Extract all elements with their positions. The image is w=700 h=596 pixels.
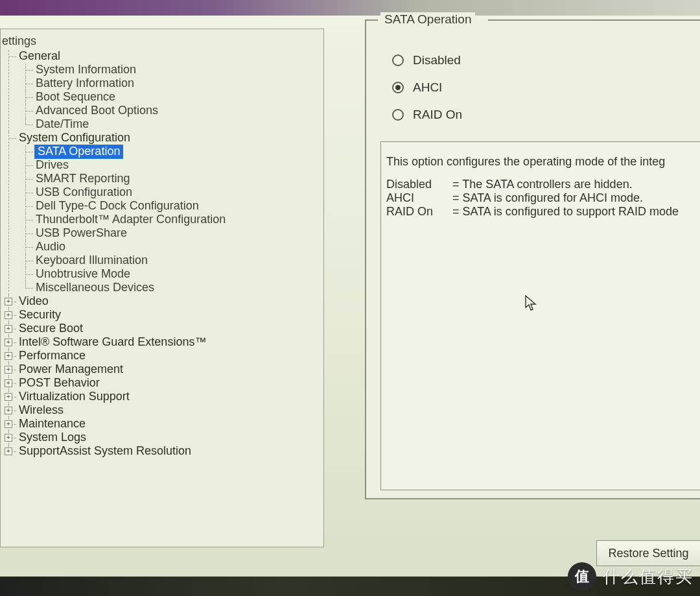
radio-option[interactable]: RAID On	[392, 101, 700, 128]
tree-item[interactable]: Boot Sequence	[34, 91, 320, 104]
expand-icon[interactable]: +	[5, 407, 12, 414]
fieldset-legend: SATA Operation	[380, 12, 475, 27]
description-main: This option configures the operating mod…	[386, 155, 695, 169]
tree-item-label: Date/Time	[34, 117, 91, 132]
bottom-bezel	[0, 577, 700, 596]
tree-item[interactable]: USB Configuration	[34, 186, 320, 200]
radio-label: RAID On	[413, 108, 462, 122]
expand-icon[interactable]: +	[5, 420, 12, 428]
description-key: Disabled	[386, 178, 452, 191]
expand-icon[interactable]: +	[5, 366, 12, 374]
description-box: This option configures the operating mod…	[380, 141, 700, 490]
tree-group-label: Secure Boot	[18, 322, 86, 336]
tree-item-label: Thunderbolt™ Adapter Configuration	[34, 213, 228, 227]
tree-item-label: Audio	[34, 240, 68, 254]
tree-item[interactable]: USB PowerShare	[34, 227, 320, 241]
tree-item-label: SATA Operation	[34, 145, 123, 159]
description-key: AHCI	[386, 191, 452, 205]
description-value: = SATA is configured for AHCI mode.	[452, 191, 682, 205]
tree-group[interactable]: −General	[18, 50, 320, 64]
tree-group-label: Maintenance	[18, 417, 88, 431]
tree-group[interactable]: +Maintenance	[18, 418, 320, 431]
tree-group-label: Wireless	[18, 403, 66, 418]
description-row: RAID On= SATA is configured to support R…	[386, 205, 682, 219]
tree-group-label: SupportAssist System Resolution	[18, 444, 194, 459]
tree-group[interactable]: +Power Management	[18, 363, 320, 377]
tree-item-label: Advanced Boot Options	[34, 104, 161, 118]
radio-icon[interactable]	[392, 82, 404, 93]
tree-group[interactable]: +Secure Boot	[18, 322, 320, 336]
expand-icon[interactable]: +	[5, 298, 12, 305]
tree-title: ettings	[1, 33, 320, 50]
tree-item-label: SMART Reporting	[34, 172, 132, 186]
tree-group-label: Power Management	[18, 363, 126, 377]
tree-group[interactable]: +Security	[18, 309, 320, 322]
tree-item-label: USB Configuration	[34, 185, 135, 200]
tree-group-label: Performance	[18, 349, 88, 363]
expand-icon[interactable]: +	[5, 379, 12, 387]
radio-label: Disabled	[413, 53, 461, 67]
tree-item[interactable]: Drives	[34, 159, 320, 173]
tree-item[interactable]: SMART Reporting	[34, 173, 320, 186]
tree-item[interactable]: Miscellaneous Devices	[34, 281, 320, 295]
expand-icon[interactable]: +	[5, 352, 12, 360]
restore-settings-button[interactable]: Restore Setting	[596, 540, 700, 566]
tree-group[interactable]: +Video	[18, 295, 320, 309]
expand-icon[interactable]: +	[5, 434, 12, 442]
expand-icon[interactable]: +	[5, 447, 12, 455]
tree-item[interactable]: Unobtrusive Mode	[34, 268, 320, 281]
tree-group-label: Intel® Software Guard Extensions™	[18, 335, 209, 350]
expand-icon[interactable]: +	[5, 339, 12, 346]
tree-item[interactable]: Keyboard Illumination	[34, 254, 320, 268]
tree-group-label: General	[18, 49, 63, 64]
tree-item[interactable]: Audio	[34, 241, 320, 254]
detail-panel: SATA Operation DisabledAHCIRAID On This …	[365, 19, 700, 499]
expand-icon[interactable]: +	[5, 325, 12, 333]
tree-group[interactable]: −System Configuration	[18, 132, 320, 145]
tree-item[interactable]: SATA Operation	[34, 145, 320, 159]
tree-item[interactable]: Battery Information	[34, 77, 320, 91]
tree-group[interactable]: +Intel® Software Guard Extensions™	[18, 336, 320, 350]
tree-item-label: Dell Type-C Dock Configuration	[34, 199, 202, 213]
tree-item-label: Miscellaneous Devices	[34, 281, 157, 295]
sata-operation-fieldset: SATA Operation DisabledAHCIRAID On This …	[365, 19, 700, 499]
tree-group-label: System Configuration	[18, 131, 133, 145]
tree-group[interactable]: +Wireless	[18, 404, 320, 418]
tree-item-label: System Information	[34, 63, 139, 77]
tree-group-label: System Logs	[18, 431, 89, 445]
tree-item[interactable]: Thunderbolt™ Adapter Configuration	[34, 213, 320, 227]
tree-item[interactable]: Date/Time	[34, 118, 320, 132]
description-value: = The SATA controllers are hidden.	[452, 178, 682, 191]
tree-item-label: Boot Sequence	[34, 90, 118, 104]
tree-group[interactable]: +Performance	[18, 350, 320, 363]
expand-icon[interactable]: +	[5, 393, 12, 401]
radio-icon[interactable]	[392, 54, 404, 66]
tree-group-label: Video	[18, 294, 51, 309]
window-titlebar	[0, 0, 700, 16]
tree-item-label: Unobtrusive Mode	[34, 267, 133, 281]
radio-label: AHCI	[413, 80, 442, 95]
radio-option[interactable]: Disabled	[392, 47, 700, 74]
tree-group[interactable]: +SupportAssist System Resolution	[18, 445, 320, 459]
tree-group[interactable]: +System Logs	[18, 431, 320, 445]
description-value: = SATA is configured to support RAID mod…	[452, 205, 682, 219]
expand-icon[interactable]: +	[5, 311, 12, 319]
description-row: AHCI= SATA is configured for AHCI mode.	[386, 191, 682, 205]
tree-group[interactable]: +POST Behavior	[18, 377, 320, 390]
tree-group[interactable]: +Virtualization Support	[18, 390, 320, 404]
tree-item-label: Keyboard Illumination	[34, 254, 150, 268]
tree-item-label: Drives	[34, 158, 71, 173]
tree-item-label: USB PowerShare	[34, 226, 130, 241]
tree-item[interactable]: Advanced Boot Options	[34, 104, 320, 118]
radio-icon[interactable]	[392, 109, 404, 121]
tree-item[interactable]: System Information	[34, 64, 320, 77]
tree-group-label: POST Behavior	[18, 376, 102, 390]
tree-item-label: Battery Information	[34, 77, 137, 91]
settings-tree-panel: ettings −GeneralSystem InformationBatter…	[0, 29, 324, 547]
tree-group-label: Security	[18, 308, 64, 322]
tree-item[interactable]: Dell Type-C Dock Configuration	[34, 200, 320, 213]
description-key: RAID On	[386, 205, 452, 219]
radio-option[interactable]: AHCI	[392, 74, 700, 101]
description-row: Disabled= The SATA controllers are hidde…	[386, 178, 682, 191]
tree-group-label: Virtualization Support	[18, 390, 132, 404]
